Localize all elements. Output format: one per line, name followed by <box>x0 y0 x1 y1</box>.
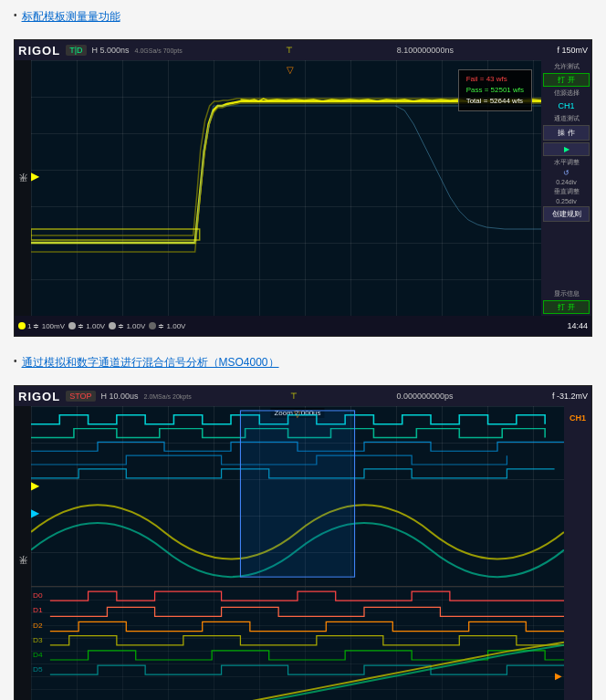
scope1-ch4-val: ≑ 1.00V <box>158 322 185 330</box>
scope1-ch3-ind: ≑ 1.00V <box>109 322 145 330</box>
scope1-ch1-dot <box>18 322 26 329</box>
scope1-screen: 水平 ▶ ▽ <box>15 60 591 316</box>
scope1-sb-btn9[interactable]: 打 开 <box>543 300 590 314</box>
scope2-screen: 水平 Zoom 2.000us ▶ ▶ <box>15 406 591 700</box>
scope1-sample-rate: 4.0GSa/s 700pts <box>135 47 183 54</box>
scope2-container: RIGOL STOP H 10.00us 2.0MSa/s 20kpts ⊤ 0… <box>14 385 592 700</box>
scope1-sb-vval: 0.25div <box>543 198 590 204</box>
scope1-ch2-ind: ≑ 1.00V <box>68 322 105 330</box>
svg-rect-2 <box>240 411 354 577</box>
scope2-sample-rate: 2.0MSa/s 20kpts <box>144 393 192 400</box>
scope1-sb-label3: 通道测试 <box>543 114 590 123</box>
scope2-time-offset: 0.000000000ps <box>397 392 454 401</box>
scope2-trigger-pos: ⊤ <box>290 392 298 401</box>
scope1-sb-btn5[interactable]: 操 作 <box>543 125 590 141</box>
section2-item: • 通过模拟和数字通道进行混合信号分析（MSO4000） <box>14 355 592 376</box>
scope1-pass-val: 52501 wfs <box>491 86 524 94</box>
scope2-digital: D0 D1 D2 D3 D4 D5 <box>31 587 564 700</box>
scope1-sb-btn1[interactable]: 打 开 <box>543 73 590 87</box>
scope1-ch1-val: ≑ 100mV <box>33 322 65 330</box>
svg-text:D0: D0 <box>33 591 43 600</box>
scope1-sb-knob1: ↺ <box>543 169 590 177</box>
scope2-upper: Zoom 2.000us ▶ ▶ <box>31 406 564 587</box>
scope2-h-param: H 10.00us <box>101 392 139 401</box>
scope1-sb-btn8[interactable]: 创建规则 <box>543 206 590 222</box>
scope1-sb-play[interactable]: ▶ <box>543 142 590 156</box>
scope1-bottombar: 1 ≑ 100mV ≑ 1.00V ≑ 1.00V ≑ 1.00V 14:44 <box>15 316 591 336</box>
scope2-grid: Zoom 2.000us ▶ ▶ <box>31 406 564 700</box>
scope1-ylabel: 水平 <box>15 60 31 316</box>
scope1-sb-label2: 信源选择 <box>543 89 590 98</box>
svg-text:D3: D3 <box>33 636 43 644</box>
scope1-ch1-ind: 1 ≑ 100mV <box>18 322 65 330</box>
svg-text:D1: D1 <box>33 606 43 614</box>
scope1-h-param: H 5.000ns <box>92 46 130 55</box>
scope1-time: 14:44 <box>567 321 588 330</box>
scope1-sb-ch1[interactable]: CH1 <box>543 99 590 112</box>
scope1-sb-label1: 允许测试 <box>543 62 590 71</box>
section1-link[interactable]: 标配模板测量量功能 <box>22 9 120 25</box>
scope1-ch4-ind: ≑ 1.00V <box>149 322 185 330</box>
scope1-sb-label6: 显示信息 <box>543 289 590 298</box>
scope1-fail-val: 43 wfs <box>486 75 507 83</box>
svg-text:▶: ▶ <box>555 671 562 681</box>
scope1-ch2-val: ≑ 1.00V <box>78 322 105 330</box>
scope1-topbar: RIGOL T|D H 5.000ns 4.0GSa/s 700pts ⊤ 8.… <box>15 40 591 60</box>
scope1-ch3-dot <box>109 322 116 329</box>
scope1-ch3-val: ≑ 1.00V <box>118 322 145 330</box>
bullet1: • <box>14 10 17 20</box>
scope1-container: RIGOL T|D H 5.000ns 4.0GSa/s 700pts ⊤ 8.… <box>14 39 592 337</box>
scope1-total-label: Total = <box>466 97 490 105</box>
scope2-volt: f -31.2mV <box>552 392 588 401</box>
scope1-sb-hval: 0.24div <box>543 179 590 185</box>
scope1-logo: RIGOL <box>18 44 60 57</box>
scope1-ch4-dot <box>149 322 156 329</box>
scope2-ylabel: 水平 <box>15 406 31 700</box>
scope1-measure-popup: Fail = 43 wfs Pass = 52501 wfs Total = 5… <box>458 69 532 111</box>
scope1-trigger-pos: ⊤ <box>286 46 293 55</box>
scope1-ch1-text: 1 <box>27 322 31 330</box>
scope1-sb-label5: 垂直调整 <box>543 187 590 196</box>
scope2-upper-waveform: ▽ <box>31 406 564 586</box>
scope2-logo: RIGOL <box>18 390 60 403</box>
scope1-status: T|D <box>66 45 86 56</box>
scope2-ch1-label: CH1 <box>569 413 586 423</box>
scope1-time-offset: 8.100000000ns <box>397 46 454 55</box>
scope1-sb-label4: 水平调整 <box>543 158 590 167</box>
scope1-fail-label: Fail = <box>466 75 486 83</box>
scope1-ch2-dot <box>68 322 76 329</box>
svg-text:D5: D5 <box>33 665 43 674</box>
svg-text:D2: D2 <box>33 622 43 630</box>
svg-rect-0 <box>31 229 200 240</box>
scope1-sidebar: 允许测试 打 开 信源选择 CH1 通道测试 操 作 ▶ 水平调整 ↺ 0.24… <box>541 60 591 316</box>
scope2-digital-waveform: D0 D1 D2 D3 D4 D5 <box>31 587 564 700</box>
section2-link[interactable]: 通过模拟和数字通道进行混合信号分析（MSO4000） <box>22 355 279 371</box>
scope2-status: STOP <box>66 391 95 402</box>
svg-text:D4: D4 <box>33 651 43 659</box>
scope1-pass-label: Pass = <box>466 86 491 94</box>
scope2-sidebar: CH1 <box>564 406 591 700</box>
scope2-topbar: RIGOL STOP H 10.00us 2.0MSa/s 20kpts ⊤ 0… <box>15 386 591 406</box>
scope1-total-val: 52644 wfs <box>490 97 523 105</box>
scope1-volt: f 150mV <box>557 46 588 55</box>
bullet2: • <box>14 356 17 366</box>
section1-item: • 标配模板测量量功能 <box>14 9 592 30</box>
scope1-grid: ▶ ▽ <box>31 60 541 316</box>
